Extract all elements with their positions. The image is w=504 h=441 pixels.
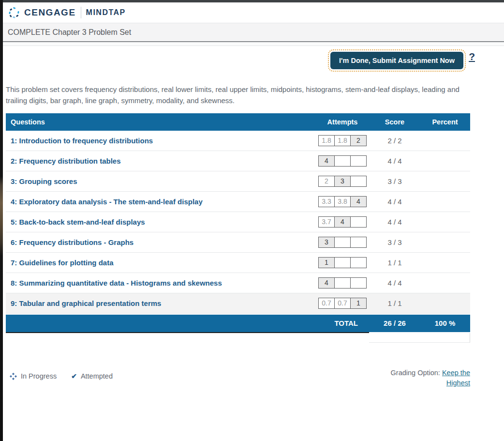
col-header-score: Score (370, 118, 420, 126)
attempt-box (350, 155, 367, 167)
attempt-boxes: 1.81.82 (315, 135, 370, 146)
title-bar-shadow (3, 42, 504, 46)
table-row: 7: Guidelines for plotting data11 / 1 (6, 253, 470, 273)
col-header-questions: Questions (6, 118, 315, 126)
question-link[interactable]: 7: Guidelines for plotting data (6, 259, 315, 267)
assignment-title: COMPLETE Chapter 3 Problem Set (8, 28, 131, 37)
attempt-box (350, 277, 367, 289)
questions-table: Questions Attempts Score Percent 1: Intr… (6, 113, 470, 343)
attempt-box: 3 (318, 237, 335, 248)
attempt-box: 3 (334, 176, 351, 187)
table-row: 4: Exploratory data analysis - The stem-… (6, 192, 470, 212)
total-score: 26 / 26 (370, 319, 420, 327)
brand-cengage: CENGAGE (24, 7, 76, 18)
attempt-box: 4 (350, 196, 367, 207)
question-link[interactable]: 5: Back-to-back stem-and-leaf displays (6, 218, 315, 226)
attempt-box (334, 257, 351, 268)
main-content: CENGAGE MINDTAP COMPLETE Chapter 3 Probl… (3, 2, 504, 389)
attempt-boxes: 1 (315, 257, 370, 268)
brand-mindtap: MINDTAP (86, 8, 126, 17)
score-value: 2 / 2 (370, 137, 420, 145)
col-header-attempts: Attempts (315, 118, 370, 126)
attempt-box: 3.7 (318, 216, 335, 228)
total-row: TOTAL 26 / 26 100 % (6, 315, 470, 332)
score-value: 4 / 4 (370, 218, 420, 226)
page: CENGAGE MINDTAP COMPLETE Chapter 3 Probl… (0, 0, 504, 441)
score-value: 3 / 3 (370, 238, 420, 246)
grading-option: Grading Option: Keep the Highest (385, 368, 470, 389)
attempt-box: 4 (318, 155, 335, 167)
table-row: 2: Frequency distribution tables44 / 4 (6, 151, 470, 171)
attempt-box: 2 (318, 176, 335, 187)
attempt-box: 0.7 (334, 298, 351, 309)
attempt-box: 2 (350, 135, 367, 146)
help-link[interactable]: ? (469, 51, 475, 62)
question-link[interactable]: 1: Introduction to frequency distributio… (6, 137, 315, 145)
total-percent: 100 % (420, 319, 470, 327)
attempt-box (350, 257, 367, 268)
grading-option-link[interactable]: Keep the Highest (442, 369, 470, 387)
question-link[interactable]: 8: Summarizing quantitative data - Histo… (6, 279, 315, 287)
attempt-box: 4 (334, 216, 351, 228)
question-link[interactable]: 3: Grouping scores (6, 177, 315, 185)
table-row: 5: Back-to-back stem-and-leaf displays3.… (6, 212, 470, 232)
score-value: 4 / 4 (370, 198, 420, 206)
total-underline (6, 332, 369, 333)
status-legend: In Progress ✔ Attempted (6, 364, 113, 389)
brand-divider (81, 7, 81, 18)
total-right-stub (369, 333, 470, 343)
table-header: Questions Attempts Score Percent (6, 113, 470, 131)
score-value: 3 / 3 (370, 177, 420, 185)
attempt-boxes: 4 (315, 277, 370, 289)
cengage-logo-icon (8, 6, 20, 19)
attempt-box (350, 176, 367, 187)
attempt-box (334, 277, 351, 289)
question-link[interactable]: 2: Frequency distribution tables (6, 157, 315, 165)
attempt-box (334, 155, 351, 167)
question-link[interactable]: 4: Exploratory data analysis - The stem-… (6, 198, 315, 206)
grading-option-label: Grading Option: (391, 369, 442, 377)
total-label: TOTAL (6, 319, 370, 327)
attempt-box (350, 237, 367, 248)
score-value: 1 / 1 (370, 259, 420, 267)
score-value: 4 / 4 (370, 157, 420, 165)
attempt-box: 1 (318, 257, 335, 268)
legend-attempted-label: Attempted (81, 372, 113, 380)
table-rows: 1: Introduction to frequency distributio… (6, 131, 470, 314)
score-value: 1 / 1 (370, 299, 420, 307)
table-row: 1: Introduction to frequency distributio… (6, 131, 470, 151)
attempt-box: 1.8 (318, 135, 335, 146)
table-row: 3: Grouping scores233 / 3 (6, 171, 470, 192)
legend-in-progress: In Progress (10, 372, 57, 380)
table-row: 6: Frequency distributions - Graphs33 / … (6, 232, 470, 253)
assignment-description: This problem set covers frequency distri… (6, 84, 463, 106)
attempt-boxes: 23 (315, 176, 370, 187)
attempt-box: 3.3 (318, 196, 335, 207)
attempt-boxes: 3.74 (315, 216, 370, 228)
attempt-boxes: 0.70.71 (315, 298, 370, 309)
attempt-box: 1.8 (334, 135, 351, 146)
submit-assignment-button[interactable]: I'm Done, Submit Assignment Now (330, 52, 463, 69)
question-link[interactable]: 6: Frequency distributions - Graphs (6, 238, 315, 246)
submit-area: I'm Done, Submit Assignment Now ? (3, 46, 504, 80)
in-progress-icon (10, 373, 17, 380)
score-value: 4 / 4 (370, 279, 420, 287)
check-icon: ✔ (71, 372, 77, 380)
col-header-percent: Percent (420, 118, 470, 126)
attempt-box: 4 (318, 277, 335, 289)
assignment-title-bar: COMPLETE Chapter 3 Problem Set (3, 23, 504, 42)
attempt-boxes: 3.33.84 (315, 196, 370, 207)
question-link[interactable]: 9: Tabular and graphical presentation te… (6, 299, 315, 307)
attempt-box: 3.8 (334, 196, 351, 207)
attempt-boxes: 3 (315, 237, 370, 248)
attempt-box: 0.7 (318, 298, 335, 309)
attempt-boxes: 4 (315, 155, 370, 167)
brand-bar: CENGAGE MINDTAP (3, 2, 504, 23)
table-row: 9: Tabular and graphical presentation te… (6, 293, 470, 314)
legend-attempted: ✔ Attempted (71, 372, 113, 380)
table-row: 8: Summarizing quantitative data - Histo… (6, 273, 470, 293)
footer: In Progress ✔ Attempted Grading Option: … (6, 364, 470, 389)
attempt-box: 1 (350, 298, 367, 309)
attempt-box (334, 237, 351, 248)
attempt-box (350, 216, 367, 228)
